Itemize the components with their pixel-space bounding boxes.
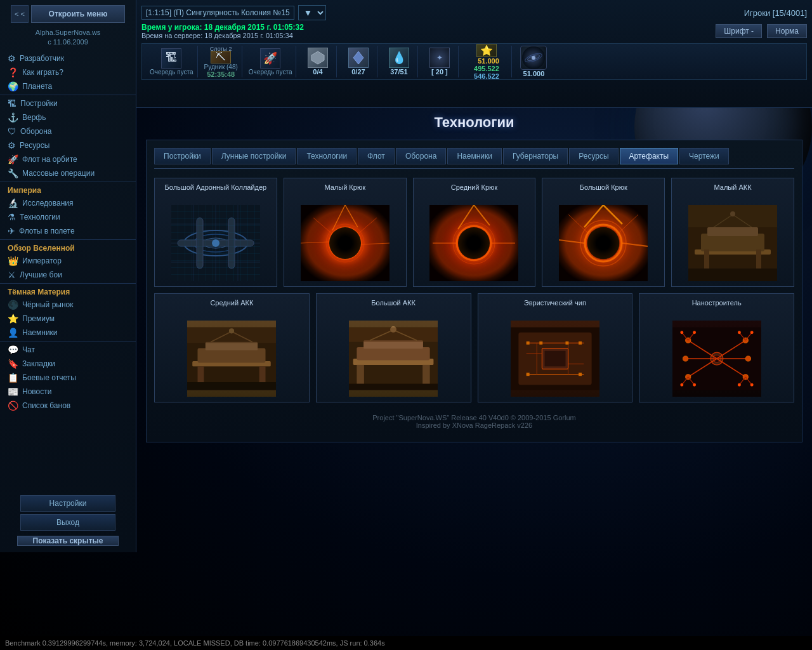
svg-point-40 — [468, 237, 480, 249]
artifact-nanobuilder[interactable]: Наностроитель — [639, 293, 794, 402]
sidebar-item-news[interactable]: 📰 Новости — [0, 385, 136, 399]
news-icon: 📰 — [8, 387, 18, 397]
svg-rect-20 — [301, 205, 390, 281]
sidebar-item-technologies[interactable]: ⚗ Технологии — [0, 210, 136, 224]
artifact-mid-akk[interactable]: Средний АКК — [154, 293, 310, 402]
sidebar-item-resources[interactable]: ⚙ Ресурсы — [0, 138, 136, 152]
artifact-big-hook[interactable]: Большой Крюк — [542, 178, 665, 287]
sidebar-item-label: Наемники — [22, 328, 58, 337]
sidebar-collapse-button[interactable]: < < — [11, 5, 29, 23]
svg-point-128 — [680, 331, 683, 334]
topbar-row1: [1:1:15] (П) Сингулярность Колония №15 ▼… — [141, 5, 807, 20]
svg-point-27 — [331, 229, 359, 257]
sidebar-item-how-to-play[interactable]: ❓ Как играть? — [0, 65, 136, 79]
players-count: Игроки [15/4001] — [744, 8, 807, 18]
sidebar-item-chat[interactable]: 💬 Чат — [0, 343, 136, 357]
sidebar-item-black-market[interactable]: 🌑 Чёрный рынок — [0, 298, 136, 312]
moon-icon: 🌑 — [8, 300, 18, 310]
sidebar-item-fleet-orbit[interactable]: 🚀 Флот на орбите — [0, 152, 136, 166]
svg-point-30 — [339, 237, 351, 249]
tab-mercenaries[interactable]: Наемники — [447, 148, 502, 164]
sidebar-section-empire[interactable]: Империа — [0, 183, 136, 196]
artifact-heuristic-chip[interactable]: Эвристический чип — [478, 293, 633, 402]
benchmark-bar: Benchmark 0.39129996299744s, memory: 3,7… — [0, 636, 812, 650]
user-since: с 11.06.2009 — [0, 37, 136, 47]
wrench-icon: ⚙ — [8, 53, 16, 63]
resource-deuter: 💧 37/51 — [380, 46, 418, 77]
sidebar-item-label: Закладки — [22, 359, 55, 368]
artifact-image — [559, 205, 648, 281]
sidebar-item-shipyard[interactable]: ⚓ Верфь — [0, 110, 136, 124]
tab-defense[interactable]: Оборона — [396, 148, 447, 164]
settings-button[interactable]: Настройки — [20, 495, 115, 512]
planet-dropdown[interactable]: ▼ — [298, 5, 326, 20]
sidebar-item-label: Верфь — [22, 113, 46, 122]
metal-icon — [308, 48, 328, 68]
svg-line-22 — [345, 205, 358, 227]
question-icon: ❓ — [8, 67, 18, 77]
svg-rect-16 — [178, 240, 254, 246]
divider — [0, 341, 136, 342]
svg-rect-17 — [197, 218, 203, 269]
tab-blueprints[interactable]: Чертежи — [679, 148, 729, 164]
show-hidden-button[interactable]: Показать скрытые — [17, 536, 119, 546]
svg-point-31 — [329, 227, 361, 259]
tab-buildings[interactable]: Постройки — [154, 148, 211, 164]
flight-icon: ✈ — [8, 226, 15, 236]
artifact-small-hook[interactable]: Малый Крюк — [284, 178, 407, 287]
tab-fleet[interactable]: Флот — [358, 148, 395, 164]
svg-rect-103 — [527, 373, 530, 376]
resource-crystal: 0/27 — [339, 46, 377, 77]
resource-dark-matter: ✦ [ 20 ] — [421, 46, 459, 77]
sidebar-item-buildings[interactable]: 🏗 Постройки — [0, 96, 136, 110]
sidebar-item-developer[interactable]: ⚙ Разработчик — [0, 51, 136, 65]
galaxy-value: 51.000 — [523, 70, 545, 77]
sidebar-section-dark-matter[interactable]: Тёмная Материя — [0, 285, 136, 298]
sidebar-item-planet[interactable]: 🌍 Планета — [0, 79, 136, 93]
svg-point-28 — [331, 229, 359, 257]
artifact-big-collider[interactable]: Большой Адронный Коллайдер — [154, 178, 277, 287]
tab-artifacts[interactable]: Артефакты — [620, 148, 679, 164]
tab-technologies[interactable]: Технологии — [297, 148, 357, 164]
svg-line-35 — [474, 205, 490, 225]
artifact-title: Большой Адронный Коллайдер — [165, 183, 267, 201]
artifact-big-akk[interactable]: Большой АКК — [316, 293, 471, 402]
tab-resources[interactable]: Ресурсы — [569, 148, 618, 164]
sidebar-section-universe[interactable]: Обзор Вселенной — [0, 241, 136, 254]
sidebar-item-research[interactable]: 🔬 Исследования — [0, 196, 136, 210]
font-normal-button[interactable]: Норма — [767, 24, 807, 38]
artifact-image — [187, 321, 276, 397]
sidebar-item-ban-list[interactable]: 🚫 Список банов — [0, 399, 136, 413]
svg-point-51 — [591, 230, 616, 256]
open-menu-button[interactable]: Откроить меню — [31, 5, 125, 23]
logout-button[interactable]: Выход — [20, 514, 115, 531]
sidebar-item-mass-ops[interactable]: 🔧 Массовые операции — [0, 166, 136, 180]
ban-icon: 🚫 — [8, 401, 18, 411]
svg-point-132 — [680, 383, 683, 387]
divider — [0, 239, 136, 240]
sidebar-item-emperor[interactable]: 👑 Император — [0, 254, 136, 268]
svg-rect-43 — [559, 205, 648, 281]
sidebar-item-premium[interactable]: ⭐ Премиум — [0, 312, 136, 326]
svg-rect-104 — [579, 373, 582, 376]
sidebar-bottom: Настройки Выход Показать скрытые — [0, 495, 136, 546]
sidebar-item-defense[interactable]: 🛡 Оборона — [0, 124, 136, 138]
crown-icon: 👑 — [8, 256, 18, 266]
rocket-icon: 🚀 — [8, 154, 18, 164]
sidebar-item-bookmarks[interactable]: 🔖 Закладки — [0, 357, 136, 371]
artifact-image — [301, 205, 390, 281]
svg-rect-87 — [349, 328, 438, 342]
sidebar-item-best-fights[interactable]: ⚔ Лучшие бои — [0, 268, 136, 282]
stat-val2: 495.522 — [474, 65, 499, 72]
tab-lunar-buildings[interactable]: Лунные постройки — [212, 148, 296, 164]
font-minus-button[interactable]: Шрифт - — [716, 24, 762, 38]
artifact-mid-hook[interactable]: Средний Крюк — [413, 178, 536, 287]
artifact-small-akk[interactable]: Малый АКК — [671, 178, 794, 287]
tab-governors[interactable]: Губернаторы — [503, 148, 568, 164]
svg-line-34 — [458, 205, 474, 229]
artifact-title: Средний АКК — [210, 299, 253, 317]
chat-icon: 💬 — [8, 345, 18, 355]
sidebar-item-battle-reports[interactable]: 📋 Боевые отчеты — [0, 371, 136, 385]
sidebar-item-fleets-flying[interactable]: ✈ Флоты в полете — [0, 224, 136, 238]
sidebar-item-mercenaries[interactable]: 👤 Наемники — [0, 326, 136, 340]
